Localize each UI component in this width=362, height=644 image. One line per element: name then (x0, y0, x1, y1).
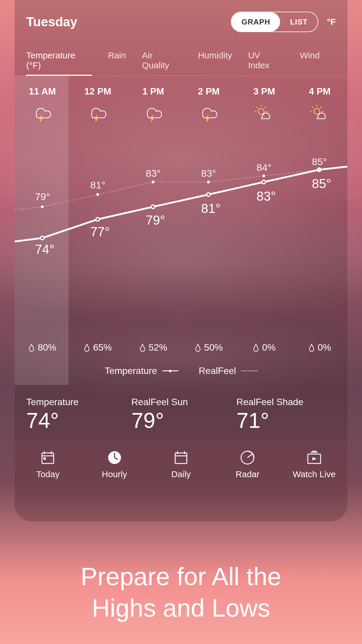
precip-3: 50% (181, 342, 236, 353)
summary-temperature[interactable]: Temperature 74° (26, 397, 126, 431)
storm-icon (126, 103, 181, 123)
unit-label[interactable]: °F (327, 17, 336, 27)
temperature-line-chart (15, 142, 347, 262)
precip-5: 0% (292, 342, 347, 353)
precip-0: 80% (15, 342, 70, 353)
drop-icon (253, 344, 259, 352)
drop-icon (308, 344, 315, 352)
summary-label: Temperature (26, 397, 126, 407)
drop-icon (84, 344, 90, 352)
precip-row: 80% 65% 52% 50% 0% 0% (15, 342, 347, 353)
tab-air-quality[interactable]: Air Quality (142, 45, 182, 76)
marketing-text: Prepare for All the Highs and Lows (0, 561, 362, 624)
drop-icon (139, 344, 146, 352)
drop-icon (195, 344, 201, 352)
hour-time: 4 PM (292, 86, 347, 97)
toggle-graph[interactable]: GRAPH (231, 12, 280, 32)
tab-rain[interactable]: Rain (108, 45, 126, 76)
tab-temperature[interactable]: Temperature (°F) (26, 45, 92, 76)
hour-col-1[interactable]: 12 PM (70, 86, 125, 123)
nav-watch-live[interactable]: Watch Live (281, 449, 347, 479)
svg-point-18 (262, 174, 265, 177)
svg-point-0 (258, 108, 264, 114)
partly-sunny-icon (292, 103, 347, 123)
radar-icon (214, 449, 281, 466)
svg-point-17 (207, 181, 210, 183)
svg-point-3 (41, 237, 43, 239)
svg-point-1 (314, 108, 320, 114)
tab-humidity[interactable]: Humidity (198, 45, 232, 76)
calendar-icon (148, 449, 214, 466)
storm-icon (70, 103, 125, 123)
svg-point-5 (96, 218, 99, 220)
chart-legend: Temperature RealFeel (15, 365, 347, 376)
storm-icon (181, 103, 236, 123)
hour-col-3[interactable]: 2 PM (181, 86, 236, 123)
summary-realfeel-sun[interactable]: RealFeel Sun 79° (131, 397, 231, 431)
summary-value: 74° (26, 410, 126, 431)
hour-time: 3 PM (236, 86, 292, 97)
svg-rect-21 (43, 457, 46, 460)
chart-area[interactable]: 11 AM 12 PM 1 PM (15, 76, 347, 385)
summary-value: 79° (131, 410, 231, 431)
weather-app-screen: Tuesday GRAPH LIST °F Temperature (°F) R… (15, 0, 347, 522)
legend-temperature: Temperature (105, 365, 178, 376)
svg-point-16 (152, 181, 154, 183)
hour-col-2[interactable]: 1 PM (126, 86, 181, 123)
hour-col-4[interactable]: 3 PM (236, 86, 292, 123)
nav-radar[interactable]: Radar (214, 449, 281, 479)
hour-col-5[interactable]: 4 PM (292, 86, 347, 123)
hour-col-0[interactable]: 11 AM (15, 86, 70, 123)
nav-daily[interactable]: Daily (148, 449, 214, 479)
svg-point-15 (96, 193, 99, 196)
clock-icon (81, 449, 147, 466)
day-title: Tuesday (26, 15, 77, 29)
svg-rect-23 (175, 453, 187, 463)
summary-realfeel-shade[interactable]: RealFeel Shade 71° (236, 397, 336, 431)
precip-4: 0% (236, 342, 292, 353)
top-bar: Tuesday GRAPH LIST °F (15, 0, 347, 38)
hour-time: 11 AM (15, 86, 70, 97)
hours-header: 11 AM 12 PM 1 PM (15, 76, 347, 123)
view-toggle: GRAPH LIST (231, 12, 318, 32)
tab-wind[interactable]: Wind (300, 45, 320, 76)
summary-value: 71° (236, 410, 336, 431)
nav-hourly[interactable]: Hourly (81, 449, 147, 479)
tv-play-icon (281, 449, 347, 466)
summary-cards: Temperature 74° RealFeel Sun 79° RealFee… (15, 385, 347, 440)
svg-point-11 (263, 181, 265, 183)
nav-today[interactable]: Today (15, 449, 81, 479)
tab-uv-index[interactable]: UV Index (248, 45, 284, 76)
storm-icon (15, 103, 70, 123)
partly-sunny-icon (236, 103, 292, 123)
legend-realfeel: RealFeel (199, 365, 257, 376)
bottom-nav: Today Hourly Daily Radar Watch Live (15, 440, 347, 491)
precip-2: 52% (126, 342, 181, 353)
toggle-list[interactable]: LIST (280, 12, 317, 32)
hour-time: 12 PM (70, 86, 125, 97)
summary-label: RealFeel Sun (131, 397, 231, 407)
calendar-today-icon (15, 449, 81, 466)
precip-1: 65% (70, 342, 125, 353)
hour-time: 2 PM (181, 86, 236, 97)
metric-tabs: Temperature (°F) Rain Air Quality Humidi… (15, 38, 347, 76)
svg-point-7 (152, 206, 154, 208)
drop-icon (28, 344, 35, 352)
summary-label: RealFeel Shade (236, 397, 336, 407)
svg-point-14 (41, 205, 44, 208)
svg-point-19 (318, 168, 321, 171)
hour-time: 1 PM (126, 86, 181, 97)
svg-point-9 (207, 193, 210, 196)
